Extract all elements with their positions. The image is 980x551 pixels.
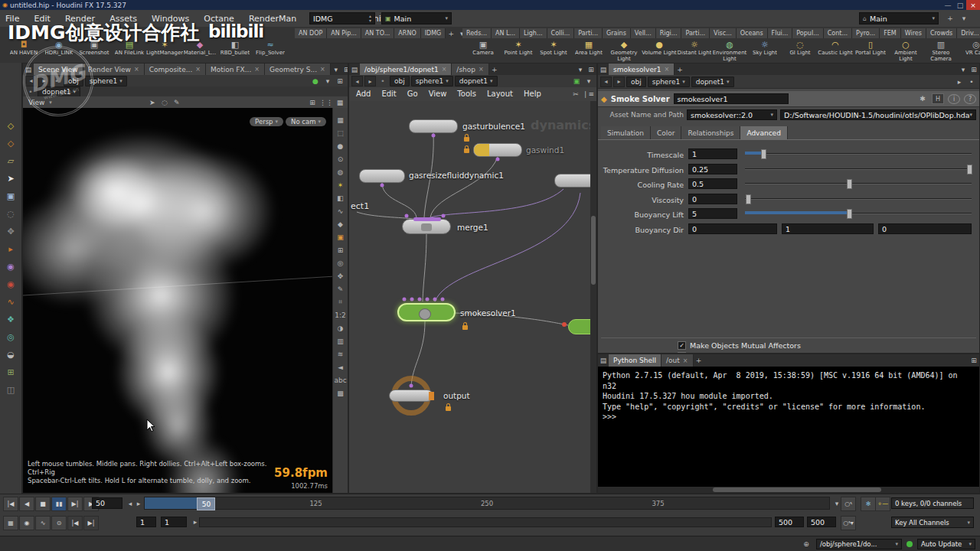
menu-octane[interactable]: Octane bbox=[198, 11, 240, 28]
tool-icon[interactable]: ▱ bbox=[0, 153, 21, 168]
tab-render-view[interactable]: Render View× bbox=[83, 64, 145, 75]
range-start-icon[interactable]: |◀ bbox=[67, 516, 83, 530]
shelf-tool[interactable]: ◆Geometry Light bbox=[606, 41, 642, 62]
shelf-tool[interactable]: ◘AN HAVEN bbox=[6, 41, 41, 57]
maximize-button[interactable]: □ bbox=[954, 0, 966, 10]
shelf-tab[interactable]: Crowds bbox=[926, 28, 957, 38]
close-button[interactable]: × bbox=[966, 0, 980, 10]
shelf-tool[interactable]: ▣Camera bbox=[466, 41, 501, 57]
tool-icon[interactable]: ▸ bbox=[0, 241, 21, 256]
viewport-icon[interactable]: ▦ bbox=[334, 114, 348, 126]
shelf-tool[interactable]: ○Ambient Light bbox=[888, 41, 923, 62]
minimize-button[interactable]: — bbox=[942, 0, 954, 10]
pane-split-icon[interactable]: ⊞ bbox=[341, 64, 348, 75]
desktop-menu-icon[interactable]: ▾ bbox=[959, 12, 969, 24]
current-node-path-dropdown[interactable]: /obj/sphere1/do...▾ bbox=[816, 539, 902, 549]
path-chip-obj[interactable]: obj bbox=[390, 76, 410, 86]
grid-toggle-icon[interactable]: ▦ bbox=[335, 96, 345, 108]
forward-button[interactable]: ▸ bbox=[364, 76, 376, 86]
add-tab-button[interactable]: + bbox=[489, 64, 500, 75]
node-gaswind1[interactable] bbox=[473, 143, 522, 157]
shelf-tab[interactable]: ARNO bbox=[394, 28, 420, 38]
back-button[interactable]: ◂ bbox=[600, 77, 612, 87]
range-slider-track[interactable] bbox=[199, 517, 772, 527]
shelf-tool[interactable]: ▣Screenshot bbox=[77, 41, 112, 57]
node-merge1[interactable] bbox=[402, 219, 451, 234]
node-smokesolver1[interactable] bbox=[397, 303, 456, 321]
persp-view-button[interactable]: Persp▾ bbox=[250, 117, 283, 126]
shelf-tool[interactable]: ◧RBD_bullet bbox=[217, 41, 253, 57]
play-button[interactable]: ▶| bbox=[67, 497, 83, 511]
select-arrow-icon[interactable]: ➤ bbox=[0, 171, 21, 186]
playhead-handle[interactable]: 50 bbox=[197, 497, 215, 510]
pause-button[interactable]: ▮▮ bbox=[51, 497, 67, 511]
viewport-icon[interactable]: ✥ bbox=[334, 270, 348, 282]
tool-icon[interactable]: ◫ bbox=[0, 382, 21, 397]
shelf-tool[interactable]: ◉HDRi_LINK bbox=[41, 41, 77, 57]
pane-split-icon[interactable]: ⊞ bbox=[969, 64, 979, 75]
shelf-tool[interactable]: ▦Area Light bbox=[571, 41, 606, 57]
net-menu-help[interactable]: Help bbox=[519, 87, 546, 101]
forward-button[interactable]: ▸ bbox=[613, 77, 625, 87]
tab-composite[interactable]: Composite...× bbox=[145, 64, 206, 75]
tab-out[interactable]: /out× bbox=[662, 354, 693, 367]
zoom-timeline-icon[interactable]: ○˞ bbox=[841, 497, 856, 511]
tab-geometry[interactable]: Geometry S...× bbox=[265, 64, 331, 75]
tool-icon[interactable]: ◉ bbox=[0, 276, 21, 292]
pane-split-icon[interactable]: ⊞ bbox=[969, 354, 979, 367]
tab-python-shell[interactable]: Python Shell bbox=[609, 354, 662, 367]
pin-icon[interactable]: • bbox=[51, 75, 62, 86]
buoyancy-lift-slider[interactable] bbox=[745, 208, 972, 218]
list-icon[interactable]: ❘≡ bbox=[583, 87, 594, 101]
spinner-icon[interactable]: ▴▾ bbox=[369, 14, 371, 23]
range-start-field[interactable]: 1 bbox=[161, 517, 187, 527]
menu-render[interactable]: Render bbox=[60, 11, 100, 28]
grid-icon[interactable]: ⊞ bbox=[335, 75, 345, 86]
shelf-tool[interactable]: ✶Spot Light bbox=[536, 41, 571, 57]
gear-icon[interactable]: ✱ bbox=[917, 91, 928, 106]
viscosity-slider[interactable] bbox=[745, 194, 972, 204]
shelf-tool[interactable]: ●Volume Light bbox=[642, 41, 677, 57]
network-scrollbar[interactable] bbox=[590, 101, 596, 494]
tool-icon[interactable]: ▣ bbox=[0, 188, 21, 204]
range-end-icon[interactable]: ▶| bbox=[83, 516, 99, 530]
pane-menu-icon[interactable]: ▤ bbox=[349, 64, 360, 75]
net-menu-view[interactable]: View bbox=[424, 87, 452, 101]
network-canvas[interactable]: dynamics gasturbulence1 gaswind1 gasresi… bbox=[349, 101, 592, 494]
pane-split-icon[interactable]: ⊞ bbox=[586, 64, 596, 75]
asset-path-field[interactable]: D:/Software/HOUDIN-1.5/houdini/otls/OPli… bbox=[780, 109, 976, 120]
flag-icon[interactable]: ▣ bbox=[571, 75, 582, 87]
shelf-tab[interactable]: Reds... bbox=[462, 28, 492, 38]
shelf-tab[interactable]: Popul... bbox=[792, 28, 823, 38]
shelf-tool[interactable]: ✶LightManager bbox=[147, 41, 182, 57]
viewport-icon[interactable]: ≋ bbox=[334, 348, 348, 360]
shelf-tool[interactable]: ▥Stereo Camera bbox=[923, 41, 959, 62]
tool-icon[interactable]: ◇ bbox=[0, 135, 21, 151]
menu-edit[interactable]: Edit bbox=[29, 11, 56, 28]
key-all-channels-dropdown[interactable]: Key All Channels▾ bbox=[891, 517, 974, 528]
shelf-tab[interactable]: FEM bbox=[880, 28, 901, 38]
help-icon[interactable]: ? bbox=[964, 94, 976, 104]
pin-icon[interactable]: • bbox=[25, 86, 36, 96]
tool-icon[interactable]: ∿ bbox=[0, 294, 21, 309]
shelf-tab[interactable]: Colli... bbox=[547, 28, 575, 38]
pane-dropdown-icon[interactable]: ▾ bbox=[958, 64, 969, 75]
snap-icon[interactable]: ⋮⋮ bbox=[319, 96, 333, 108]
menu-renderman[interactable]: RenderMan bbox=[243, 11, 302, 28]
viewport-icon[interactable]: ● bbox=[334, 140, 348, 152]
tool-icon[interactable]: ◌ bbox=[0, 206, 21, 221]
temperature-diffusion-field[interactable]: 0.25 bbox=[688, 164, 737, 174]
pane-menu-icon[interactable]: ▤ bbox=[598, 64, 609, 75]
tab-color[interactable]: Color bbox=[651, 126, 682, 139]
no-cam-button[interactable]: No cam▾ bbox=[286, 117, 326, 126]
menu-windows[interactable]: Windows bbox=[146, 11, 194, 28]
viewport-icon[interactable]: abc bbox=[334, 374, 348, 386]
buoyancy-lift-field[interactable]: 5 bbox=[688, 208, 737, 219]
shelf-tab[interactable]: Rigi... bbox=[656, 28, 682, 38]
tool-icon[interactable]: ◇ bbox=[0, 118, 21, 133]
shelf-tool[interactable]: ◠Caustic Light bbox=[818, 41, 853, 57]
shelf-tab[interactable]: Flui... bbox=[768, 28, 793, 38]
shelf-tab[interactable]: Parti... bbox=[574, 28, 603, 38]
tab-network-shop[interactable]: /shop× bbox=[452, 64, 488, 75]
cooling-rate-slider[interactable] bbox=[745, 178, 972, 188]
